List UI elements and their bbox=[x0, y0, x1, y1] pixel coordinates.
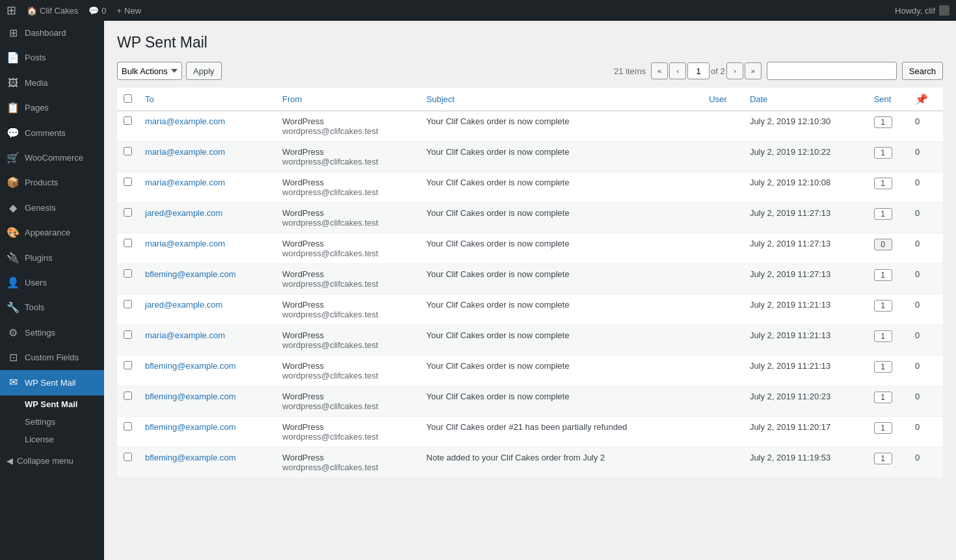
row-checkbox[interactable] bbox=[124, 269, 132, 278]
select-all-checkbox[interactable] bbox=[124, 94, 132, 103]
row-checkbox[interactable] bbox=[124, 361, 132, 369]
sent-badge: 1 bbox=[874, 330, 892, 342]
avatar bbox=[939, 5, 949, 16]
table-row[interactable]: maria@example.comWordPresswordpress@clif… bbox=[117, 233, 943, 264]
sidebar-item-genesis[interactable]: ◆ Genesis bbox=[0, 196, 104, 220]
th-user[interactable]: User bbox=[702, 88, 743, 111]
row-pin: 0 bbox=[909, 142, 943, 172]
row-date: July 2, 2019 11:20:23 bbox=[743, 386, 868, 417]
row-pin: 0 bbox=[909, 356, 943, 386]
sidebar-item-dashboard[interactable]: ⊞ Dashboard bbox=[0, 21, 104, 46]
row-date: July 2, 2019 11:19:53 bbox=[743, 447, 868, 478]
pages-icon: 📋 bbox=[7, 101, 20, 115]
sidebar-item-pages[interactable]: 📋 Pages bbox=[0, 96, 104, 120]
wp-logo[interactable]: ⊞ bbox=[7, 3, 16, 18]
row-checkbox[interactable] bbox=[124, 147, 132, 155]
admin-bar: ⊞ 🏠 Clif Cakes 💬 0 + New Howdy, clif bbox=[0, 0, 956, 21]
row-to: maria@example.com bbox=[139, 233, 276, 264]
plugins-icon: 🔌 bbox=[7, 251, 20, 265]
apply-button[interactable]: Apply bbox=[186, 62, 222, 80]
next-page-button[interactable]: › bbox=[726, 62, 743, 79]
th-date[interactable]: Date bbox=[743, 88, 868, 111]
page-number-input[interactable] bbox=[687, 62, 710, 79]
comments-link[interactable]: 💬 0 bbox=[88, 6, 106, 16]
row-checkbox[interactable] bbox=[124, 239, 132, 247]
row-date: July 2, 2019 12:10:30 bbox=[743, 111, 868, 142]
row-subject: Your Clif Cakes order #21 has been parti… bbox=[420, 417, 703, 447]
table-row[interactable]: jared@example.comWordPresswordpress@clif… bbox=[117, 203, 943, 233]
last-page-button[interactable]: » bbox=[745, 62, 762, 79]
row-subject: Your Clif Cakes order is now complete bbox=[420, 356, 703, 386]
th-subject[interactable]: Subject bbox=[420, 88, 703, 111]
row-user bbox=[702, 264, 743, 295]
table-row[interactable]: maria@example.comWordPresswordpress@clif… bbox=[117, 325, 943, 356]
row-from: WordPresswordpress@clifcakes.test bbox=[276, 356, 420, 386]
sidebar-item-posts[interactable]: 📄 Posts bbox=[0, 46, 104, 70]
th-from[interactable]: From bbox=[276, 88, 420, 111]
row-to: maria@example.com bbox=[139, 325, 276, 356]
comments-sidebar-icon: 💬 bbox=[7, 126, 20, 140]
sidebar-item-media[interactable]: 🖼 Media bbox=[0, 71, 104, 96]
table-row[interactable]: bfleming@example.comWordPresswordpress@c… bbox=[117, 356, 943, 386]
row-subject: Your Clif Cakes order is now complete bbox=[420, 233, 703, 264]
table-row[interactable]: bfleming@example.comWordPresswordpress@c… bbox=[117, 447, 943, 478]
toolbar-left: Bulk Actions Apply bbox=[117, 62, 222, 80]
search-input[interactable] bbox=[767, 62, 897, 80]
howdy-text[interactable]: Howdy, clif bbox=[895, 5, 949, 16]
row-checkbox[interactable] bbox=[124, 116, 132, 125]
submenu-item-wp-sent-mail[interactable]: WP Sent Mail bbox=[0, 395, 104, 413]
row-sent: 1 bbox=[868, 295, 909, 325]
first-page-button[interactable]: « bbox=[651, 62, 668, 79]
collapse-menu-button[interactable]: ◀ Collapse menu bbox=[0, 451, 104, 471]
table-row[interactable]: bfleming@example.comWordPresswordpress@c… bbox=[117, 264, 943, 295]
products-icon: 📦 bbox=[7, 176, 20, 190]
table-row[interactable]: bfleming@example.comWordPresswordpress@c… bbox=[117, 386, 943, 417]
row-checkbox[interactable] bbox=[124, 208, 132, 217]
row-checkbox[interactable] bbox=[124, 178, 132, 186]
sidebar-item-products[interactable]: 📦 Products bbox=[0, 170, 104, 195]
table-row[interactable]: maria@example.comWordPresswordpress@clif… bbox=[117, 172, 943, 203]
row-date: July 2, 2019 11:27:13 bbox=[743, 264, 868, 295]
sent-badge: 1 bbox=[874, 453, 892, 464]
prev-page-button[interactable]: ‹ bbox=[669, 62, 686, 79]
th-to[interactable]: To bbox=[139, 88, 276, 111]
row-sent: 1 bbox=[868, 264, 909, 295]
row-checkbox[interactable] bbox=[124, 330, 132, 339]
search-button[interactable]: Search bbox=[902, 62, 943, 80]
row-date: July 2, 2019 11:27:13 bbox=[743, 203, 868, 233]
row-subject: Your Clif Cakes order is now complete bbox=[420, 203, 703, 233]
sidebar-item-appearance[interactable]: 🎨 Appearance bbox=[0, 220, 104, 245]
row-from: WordPresswordpress@clifcakes.test bbox=[276, 325, 420, 356]
appearance-icon: 🎨 bbox=[7, 226, 20, 240]
th-checkbox[interactable] bbox=[117, 88, 139, 111]
table-row[interactable]: bfleming@example.comWordPresswordpress@c… bbox=[117, 417, 943, 447]
table-row[interactable]: maria@example.comWordPresswordpress@clif… bbox=[117, 142, 943, 172]
row-checkbox[interactable] bbox=[124, 392, 132, 400]
sidebar-item-tools[interactable]: 🔧 Tools bbox=[0, 295, 104, 320]
row-checkbox[interactable] bbox=[124, 453, 132, 461]
bulk-actions-select[interactable]: Bulk Actions bbox=[117, 62, 182, 80]
row-pin: 0 bbox=[909, 203, 943, 233]
row-pin: 0 bbox=[909, 417, 943, 447]
sidebar-item-comments[interactable]: 💬 Comments bbox=[0, 121, 104, 146]
row-to: maria@example.com bbox=[139, 142, 276, 172]
row-checkbox[interactable] bbox=[124, 422, 132, 431]
row-date: July 2, 2019 11:20:17 bbox=[743, 417, 868, 447]
site-name[interactable]: 🏠 Clif Cakes bbox=[27, 6, 78, 16]
row-checkbox[interactable] bbox=[124, 300, 132, 308]
th-sent[interactable]: Sent bbox=[868, 88, 909, 111]
sidebar-item-users[interactable]: 👤 Users bbox=[0, 271, 104, 295]
new-link[interactable]: + New bbox=[116, 6, 141, 16]
table-row[interactable]: maria@example.comWordPresswordpress@clif… bbox=[117, 111, 943, 142]
table-row[interactable]: jared@example.comWordPresswordpress@clif… bbox=[117, 295, 943, 325]
row-checkbox-cell bbox=[117, 325, 139, 356]
sidebar-item-settings[interactable]: ⚙ Settings bbox=[0, 321, 104, 345]
sidebar-item-woocommerce[interactable]: 🛒 WooCommerce bbox=[0, 146, 104, 170]
submenu-item-settings[interactable]: Settings bbox=[0, 413, 104, 431]
row-user bbox=[702, 295, 743, 325]
sidebar-item-plugins[interactable]: 🔌 Plugins bbox=[0, 246, 104, 271]
sidebar-item-wp-sent-mail[interactable]: ✉ WP Sent Mail bbox=[0, 370, 104, 395]
submenu-item-license[interactable]: License bbox=[0, 431, 104, 448]
row-to: bfleming@example.com bbox=[139, 356, 276, 386]
sidebar-item-custom-fields[interactable]: ⊡ Custom Fields bbox=[0, 345, 104, 370]
